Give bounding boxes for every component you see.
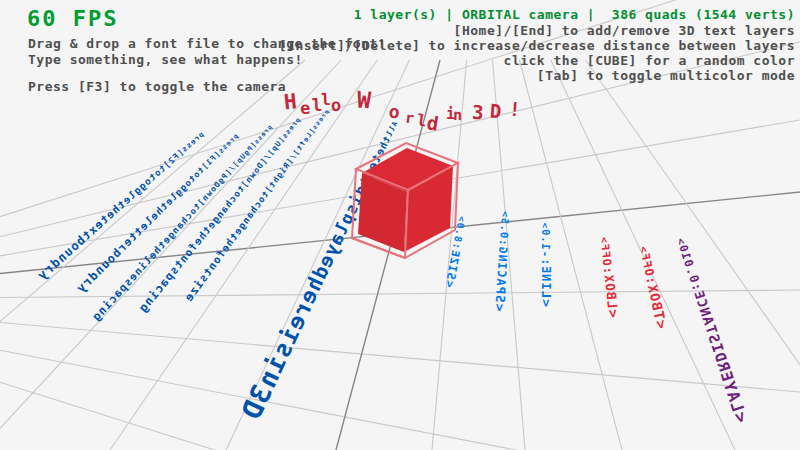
heading-glyph: l	[321, 90, 331, 109]
heading-glyph: d	[425, 111, 440, 135]
heading-glyph: !	[508, 98, 521, 121]
heading-glyph: e	[299, 98, 311, 119]
heading-glyph: r	[404, 109, 415, 128]
fps-counter: 60 FPS	[27, 6, 118, 31]
render-stats: 1 layer(s) | ORBITAL camera | 386 quads …	[354, 7, 795, 22]
hint-layers: [Home]/[End] to add/remove 3D text layer…	[454, 23, 795, 38]
heading-glyph: o	[331, 95, 342, 115]
hint-camera: Press [F3] to toggle the camera	[28, 79, 286, 94]
hint-layer-distance: [Insert]/[Delete] to increase/decrease d…	[279, 38, 795, 53]
heading-glyph: D	[489, 100, 502, 123]
heading-glyph: o	[388, 100, 401, 122]
heading-glyph: W	[356, 87, 372, 114]
heading-glyph: 3	[471, 101, 484, 124]
hint-multicolor: [Tab] to toggle multicolor mode	[537, 68, 795, 83]
3d-viewport[interactable]: All the text displayed here is in 3Dpres…	[0, 0, 800, 450]
hint-type: Type something, see what happens!	[28, 52, 303, 67]
heading-glyph: n	[453, 106, 462, 124]
hint-cube-color: click the [CUBE] for a random color	[504, 53, 795, 68]
